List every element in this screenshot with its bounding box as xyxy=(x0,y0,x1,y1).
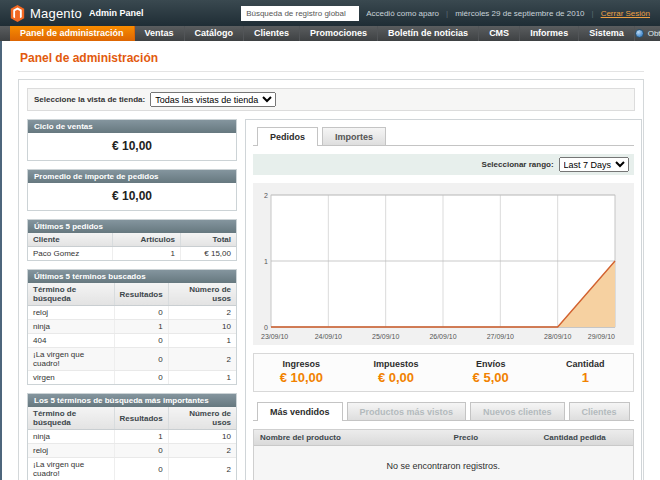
lifetime-sales-value: € 10,00 xyxy=(28,133,236,160)
column-header: Artículos xyxy=(113,233,181,247)
column-header: Total xyxy=(181,233,236,247)
tab-importes[interactable]: Importes xyxy=(322,127,386,145)
magento-logo-icon xyxy=(10,5,25,22)
column-header: Nombre del producto xyxy=(254,430,448,446)
page-body: Panel de administración Seleccione la vi… xyxy=(0,41,660,480)
logged-in-as: Accedió como aparo xyxy=(366,9,439,18)
top-search-terms-panel: Los 5 términos de búsqueda más important… xyxy=(27,393,237,480)
svg-text:26/09/10: 26/09/10 xyxy=(429,333,456,340)
top-search-terms-table: Término de búsqueda Resultados Número de… xyxy=(28,407,236,480)
svg-text:23/09/10: 23/09/10 xyxy=(261,333,288,340)
global-search-input[interactable] xyxy=(241,6,359,21)
help-link[interactable]: Obtener ayuda para esta página xyxy=(635,26,660,41)
help-label: Obtener ayuda para esta página xyxy=(648,29,660,38)
orders-amounts-tabs: Pedidos Importes xyxy=(253,127,634,146)
column-header: Precio xyxy=(448,430,538,446)
magento-logo: Magento Admin Panel xyxy=(10,5,144,22)
tab-nuevos-clientes[interactable]: Nuevos clientes xyxy=(470,402,565,420)
last-orders-table: Cliente Artículos Total Paco Gomez 1 € 1… xyxy=(28,233,236,260)
header-right: Accedió como aparo | miércoles 29 de sep… xyxy=(241,6,650,21)
store-view-select[interactable]: Todas las vistas de tienda xyxy=(150,92,276,107)
main-nav: Panel de administración Ventas Catálogo … xyxy=(0,26,660,41)
average-orders-value: € 10,00 xyxy=(28,183,236,210)
dashboard-container: Seleccione la vista de tienda: Todas las… xyxy=(18,79,644,480)
column-header: Cliente xyxy=(28,233,113,247)
store-view-bar: Seleccione la vista de tienda: Todas las… xyxy=(27,88,635,111)
logo-suffix: Admin Panel xyxy=(89,8,144,18)
empty-row: No se encontraron registros. xyxy=(254,446,633,480)
nav-item-clientes[interactable]: Clientes xyxy=(244,26,300,41)
nav-item-sistema[interactable]: Sistema xyxy=(579,26,635,41)
nav-item-informes[interactable]: Informes xyxy=(520,26,579,41)
orders-chart-area: 01223/09/1024/09/1025/09/1026/09/1027/09… xyxy=(253,183,634,345)
logout-link[interactable]: Cerrar Sesión xyxy=(601,9,650,18)
column-header: Término de búsqueda xyxy=(28,407,114,430)
column-header: Número de usos xyxy=(168,283,236,306)
panel-title: Últimos 5 términos buscados xyxy=(28,270,236,283)
nav-item-ventas[interactable]: Ventas xyxy=(135,26,185,41)
products-tabs: Más vendidos Productos más vistos Nuevos… xyxy=(253,402,634,421)
svg-text:27/09/10: 27/09/10 xyxy=(487,333,514,340)
last-search-terms-table: Término de búsqueda Resultados Número de… xyxy=(28,283,236,384)
tab-pedidos[interactable]: Pedidos xyxy=(257,127,318,146)
separator: | xyxy=(592,9,594,18)
tab-productos-mas-vistos[interactable]: Productos más vistos xyxy=(347,402,467,420)
orders-chart: 01223/09/1024/09/1025/09/1026/09/1027/09… xyxy=(255,187,621,343)
range-label: Seleccionar rango: xyxy=(482,160,554,169)
svg-text:24/09/10: 24/09/10 xyxy=(315,333,342,340)
svg-text:2: 2 xyxy=(264,192,268,199)
svg-text:28/09/10: 28/09/10 xyxy=(544,333,571,340)
average-orders-panel: Promedio de importe de pedidos € 10,00 xyxy=(27,169,237,211)
nav-item-promociones[interactable]: Promociones xyxy=(300,26,378,41)
nav-item-panel-administracion[interactable]: Panel de administración xyxy=(10,26,135,41)
totals-bar: Ingresos € 10,00 Impuestos € 0,00 Envíos… xyxy=(253,353,634,392)
stat-cantidad: Cantidad 1 xyxy=(538,359,633,385)
column-header: Cantidad pedida xyxy=(538,430,633,446)
table-row[interactable]: ninja 1 10 xyxy=(28,320,236,334)
lifetime-sales-panel: Ciclo de ventas € 10,00 xyxy=(27,119,237,161)
stat-ingresos: Ingresos € 10,00 xyxy=(254,359,349,385)
column-header: Número de usos xyxy=(168,407,236,430)
table-row[interactable]: virgen 0 1 xyxy=(28,371,236,385)
products-table-wrap: Nombre del producto Precio Cantidad pedi… xyxy=(253,429,634,480)
table-row[interactable]: ¡La virgen que cuadro! 0 2 xyxy=(28,458,236,480)
column-header: Término de búsqueda xyxy=(28,283,114,306)
tab-clientes[interactable]: Clientes xyxy=(569,402,630,420)
last-search-terms-panel: Últimos 5 términos buscados Término de b… xyxy=(27,269,237,385)
products-table: Nombre del producto Precio Cantidad pedi… xyxy=(254,430,633,480)
table-row[interactable]: Paco Gomez 1 € 15,00 xyxy=(28,247,236,261)
current-date: miércoles 29 de septiembre de 2010 xyxy=(455,9,584,18)
empty-message: No se encontraron registros. xyxy=(254,446,633,480)
nav-item-boletin[interactable]: Boletín de noticias xyxy=(378,26,479,41)
table-row[interactable]: 404 0 1 xyxy=(28,334,236,348)
panel-title: Ciclo de ventas xyxy=(28,120,236,133)
logo-text: Magento xyxy=(30,6,82,21)
help-globe-icon xyxy=(635,29,644,38)
svg-text:29/09/10: 29/09/10 xyxy=(588,333,615,340)
top-header: Magento Admin Panel Accedió como aparo |… xyxy=(0,0,660,26)
stat-impuestos: Impuestos € 0,00 xyxy=(349,359,444,385)
panel-title: Los 5 términos de búsqueda más important… xyxy=(28,394,236,407)
nav-item-cms[interactable]: CMS xyxy=(479,26,520,41)
separator: | xyxy=(446,9,448,18)
tab-mas-vendidos[interactable]: Más vendidos xyxy=(257,402,343,421)
dashboard-right-column: Pedidos Importes Seleccionar rango: Last… xyxy=(245,119,642,480)
column-header: Resultados xyxy=(114,283,168,306)
table-row[interactable]: ¡La virgen que cuadro! 0 2 xyxy=(28,348,236,371)
range-selector-bar: Seleccionar rango: Last 7 Days xyxy=(253,154,634,175)
svg-text:25/09/10: 25/09/10 xyxy=(372,333,399,340)
svg-text:1: 1 xyxy=(264,258,268,265)
store-view-label: Seleccione la vista de tienda: xyxy=(34,95,145,104)
last-orders-panel: Últimos 5 pedidos Cliente Artículos Tota… xyxy=(27,219,237,261)
table-row[interactable]: reloj 0 2 xyxy=(28,306,236,320)
table-row[interactable]: reloj 0 2 xyxy=(28,444,236,458)
panel-title: Promedio de importe de pedidos xyxy=(28,170,236,183)
magento-admin-window: Magento Admin Panel Accedió como aparo |… xyxy=(0,0,660,480)
column-header: Resultados xyxy=(114,407,168,430)
svg-text:0: 0 xyxy=(264,324,268,331)
table-row[interactable]: ninja 1 10 xyxy=(28,430,236,444)
range-select[interactable]: Last 7 Days xyxy=(559,157,629,172)
nav-item-catalogo[interactable]: Catálogo xyxy=(185,26,245,41)
panel-title: Últimos 5 pedidos xyxy=(28,220,236,233)
dashboard-left-column: Ciclo de ventas € 10,00 Promedio de impo… xyxy=(27,119,237,480)
